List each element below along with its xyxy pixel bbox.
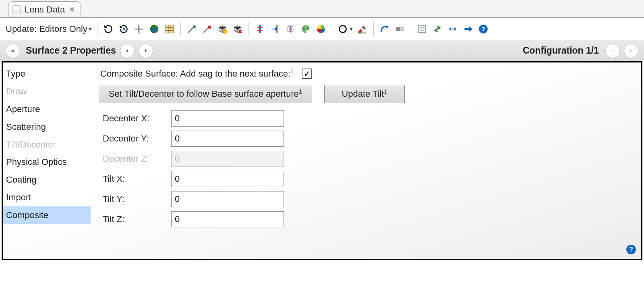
decenter-y-input[interactable] <box>171 131 284 147</box>
sidebar-item-aperture[interactable]: Aperture <box>3 100 91 118</box>
separator <box>180 22 181 36</box>
tilt-z-label: Tilt Z: <box>99 214 171 225</box>
map-icon[interactable] <box>163 22 176 36</box>
update-mode-dropdown[interactable]: Update: Editors Only ▾ <box>4 22 93 36</box>
surface-title: Surface 2 Properties <box>26 45 116 56</box>
composite-checkbox[interactable]: ✓ <box>302 69 312 79</box>
crosshair-icon[interactable] <box>132 22 146 36</box>
arrow-right-icon[interactable] <box>461 22 475 36</box>
close-icon[interactable]: ✕ <box>69 5 75 14</box>
sidebar-item-scattering[interactable]: Scattering <box>3 118 91 136</box>
sidebar-item-draw: Draw <box>3 83 91 100</box>
package-delete-icon[interactable] <box>231 22 244 36</box>
separator <box>97 22 97 36</box>
chevron-down-icon[interactable]: ▾ <box>350 26 352 32</box>
tilt-y-input[interactable] <box>171 191 284 207</box>
swap-icon[interactable] <box>431 22 444 36</box>
paint-brush-icon[interactable] <box>356 22 369 36</box>
tilt-z-input[interactable] <box>171 211 284 227</box>
document-icon <box>12 5 21 14</box>
svg-text:A: A <box>122 27 126 31</box>
sidebar-item-composite[interactable]: Composite <box>3 206 91 224</box>
wizard-remove-icon[interactable] <box>200 22 214 36</box>
svg-point-12 <box>339 25 346 32</box>
svg-point-10 <box>307 27 308 29</box>
refresh-icon[interactable] <box>101 22 115 36</box>
collapse-button[interactable] <box>6 44 20 58</box>
update-mode-label: Update: Editors Only <box>6 24 87 34</box>
auto-refresh-icon[interactable]: A <box>117 22 130 36</box>
properties-header: Surface 2 Properties Configuration 1/1 <box>0 40 644 61</box>
sidebar-item-type[interactable]: Type <box>3 65 91 83</box>
toggle-icon[interactable] <box>393 22 407 36</box>
align-right-icon[interactable] <box>268 22 282 36</box>
sidebar-item-physical-optics[interactable]: Physical Optics <box>3 153 91 171</box>
properties-panel: Type Draw Aperture Scattering Tilt/Decen… <box>2 61 642 260</box>
category-sidebar: Type Draw Aperture Scattering Tilt/Decen… <box>3 62 91 259</box>
button-row: Set Tilt/Decenter to follow Base surface… <box>99 85 633 103</box>
grid-align-icon[interactable] <box>284 22 297 36</box>
resize-h-icon[interactable] <box>446 22 460 36</box>
next-config-button[interactable] <box>624 44 638 58</box>
separator <box>248 22 249 36</box>
wizard-add-icon[interactable] <box>185 22 199 36</box>
decenter-z-row: Decenter Z: <box>99 151 633 167</box>
svg-rect-13 <box>358 32 367 33</box>
tilt-z-row: Tilt Z: <box>99 211 633 227</box>
composite-form: Composite Surface: Add sag to the next s… <box>91 62 641 259</box>
svg-text:?: ? <box>481 25 485 32</box>
tab-title: Lens Data <box>25 4 65 15</box>
sidebar-item-import[interactable]: Import <box>3 189 91 206</box>
tilt-x-row: Tilt X: <box>99 171 633 187</box>
svg-rect-5 <box>259 25 261 33</box>
svg-point-9 <box>305 26 306 27</box>
decenter-x-label: Decenter X: <box>99 113 171 124</box>
svg-text:?: ? <box>629 245 633 253</box>
decenter-x-input[interactable] <box>171 110 284 127</box>
svg-point-4 <box>223 29 227 34</box>
sidebar-item-coating[interactable]: Coating <box>3 171 91 189</box>
composite-checkbox-label: Composite Surface: Add sag to the next s… <box>100 68 294 79</box>
separator <box>411 22 411 36</box>
separator <box>332 22 332 36</box>
svg-point-8 <box>303 27 304 29</box>
curve-icon[interactable] <box>378 22 391 36</box>
chevron-down-icon: ▾ <box>89 26 91 32</box>
decenter-z-label: Decenter Z: <box>99 154 171 164</box>
help-icon[interactable]: ? <box>626 244 636 255</box>
composite-checkbox-row: Composite Surface: Add sag to the next s… <box>99 68 633 79</box>
palette-icon[interactable] <box>299 22 313 36</box>
tilt-x-input[interactable] <box>171 171 284 187</box>
tilt-x-label: Tilt X: <box>99 174 171 184</box>
next-surface-button[interactable] <box>139 44 153 58</box>
list-icon[interactable] <box>415 22 429 36</box>
ring-icon[interactable] <box>336 22 350 36</box>
help-icon[interactable]: ? <box>476 22 490 36</box>
decenter-y-row: Decenter Y: <box>99 131 633 147</box>
prev-config-button[interactable] <box>605 44 620 58</box>
sidebar-item-tilt-decenter: Tilt/Decenter <box>3 136 91 154</box>
svg-point-15 <box>396 27 400 31</box>
svg-rect-3 <box>166 25 174 33</box>
set-tilt-decenter-button[interactable]: Set Tilt/Decenter to follow Base surface… <box>99 85 312 103</box>
tab-bar: Lens Data ✕ <box>0 0 644 18</box>
configuration-label: Configuration 1/1 <box>523 45 599 56</box>
align-vert-icon[interactable] <box>253 22 267 36</box>
separator <box>373 22 374 36</box>
tilt-y-row: Tilt Y: <box>99 191 633 207</box>
prev-surface-button[interactable] <box>120 44 135 58</box>
package-warn-icon[interactable] <box>215 22 229 36</box>
tilt-y-label: Tilt Y: <box>99 194 171 204</box>
toolbar: Update: Editors Only ▾ A ▾ ? <box>0 18 644 40</box>
update-tilt-button[interactable]: Update Tilt1 <box>324 85 405 103</box>
decenter-y-label: Decenter Y: <box>99 133 171 144</box>
color-wheel-icon[interactable] <box>314 22 328 36</box>
globe-icon[interactable] <box>147 22 161 36</box>
decenter-z-input <box>171 151 284 167</box>
decenter-x-row: Decenter X: <box>99 110 633 127</box>
tab-lens-data[interactable]: Lens Data ✕ <box>8 1 81 17</box>
